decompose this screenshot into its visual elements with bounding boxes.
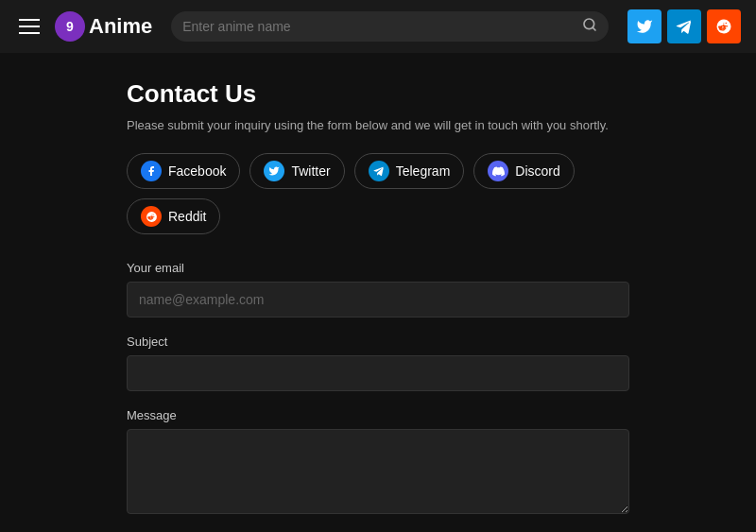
hamburger-menu[interactable] — [15, 15, 43, 38]
telegram-link-icon — [369, 161, 389, 181]
telegram-link[interactable]: Telegram — [354, 153, 465, 189]
message-textarea[interactable] — [127, 429, 629, 514]
header-social-buttons — [627, 9, 741, 43]
twitter-link[interactable]: Twitter — [249, 153, 344, 189]
header-reddit-button[interactable] — [707, 9, 741, 43]
message-label: Message — [127, 408, 629, 422]
reddit-link-icon — [141, 206, 162, 227]
email-label: Your email — [127, 261, 629, 275]
facebook-icon — [141, 161, 162, 181]
twitter-label: Twitter — [291, 163, 330, 179]
svg-line-1 — [593, 27, 595, 30]
page-subtitle: Please submit your inquiry using the for… — [127, 118, 629, 132]
subject-label: Subject — [127, 335, 629, 349]
header-twitter-button[interactable] — [627, 9, 662, 43]
discord-link[interactable]: Discord — [473, 153, 574, 189]
telegram-icon — [676, 18, 693, 35]
search-input[interactable] — [182, 19, 575, 34]
contact-form: Your email Subject Message Submit — [127, 261, 629, 532]
header-telegram-button[interactable] — [667, 9, 701, 43]
search-bar — [171, 11, 609, 42]
email-input[interactable] — [127, 282, 629, 317]
discord-link-icon — [488, 161, 508, 181]
twitter-icon — [636, 18, 653, 35]
email-group: Your email — [127, 261, 629, 317]
subject-group: Subject — [127, 335, 629, 391]
logo[interactable]: 9 Anime — [55, 11, 152, 42]
search-icon — [582, 17, 597, 32]
main-content: Contact Us Please submit your inquiry us… — [0, 53, 756, 532]
social-links-row: Facebook Twitter Telegram Discord Reddit — [127, 153, 629, 234]
facebook-label: Facebook — [168, 163, 226, 179]
facebook-link[interactable]: Facebook — [127, 153, 240, 189]
logo-icon: 9 — [55, 11, 85, 42]
telegram-label: Telegram — [396, 163, 451, 179]
discord-label: Discord — [515, 163, 559, 179]
reddit-link[interactable]: Reddit — [127, 198, 220, 234]
reddit-label: Reddit — [168, 209, 206, 224]
message-group: Message — [127, 408, 629, 518]
subject-input[interactable] — [127, 355, 629, 391]
header: 9 Anime — [0, 0, 756, 53]
reddit-icon — [715, 18, 732, 35]
page-title: Contact Us — [127, 79, 629, 109]
twitter-link-icon — [264, 161, 284, 181]
search-button[interactable] — [582, 17, 597, 36]
logo-text: Anime — [89, 14, 152, 39]
